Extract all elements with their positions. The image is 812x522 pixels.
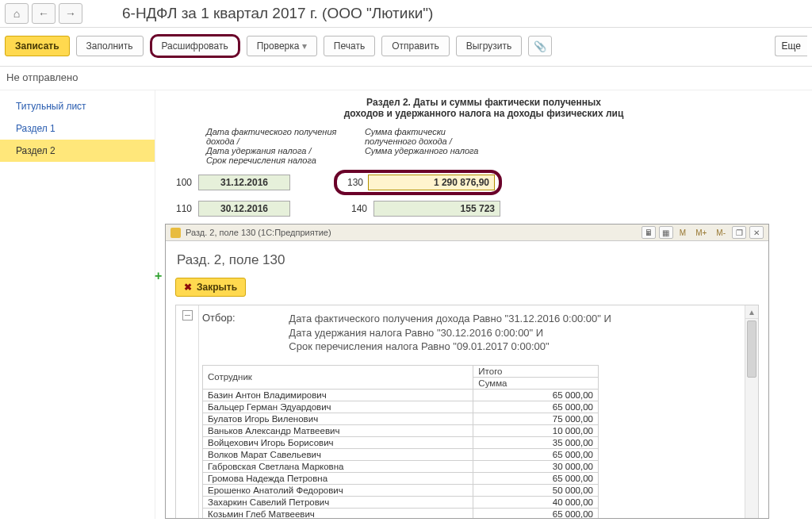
- cell-sum: 50 000,00: [473, 484, 599, 496]
- field-110[interactable]: 30.12.2016: [198, 201, 290, 217]
- sidebar-item-title[interactable]: Титульный лист: [0, 95, 155, 117]
- th-sum: Сумма: [473, 377, 599, 389]
- cell-sum: 65 000,00: [473, 508, 599, 518]
- send-button[interactable]: Отправить: [381, 36, 450, 56]
- print-button[interactable]: Печать: [324, 36, 375, 56]
- outline-gutter[interactable]: [176, 305, 199, 518]
- table-row[interactable]: Захаркин Савелий Петрович40 000,00: [203, 496, 599, 508]
- close-icon: ✖: [184, 282, 192, 293]
- cell-sum: 65 000,00: [473, 472, 599, 484]
- table-row[interactable]: Ваньков Александр Матвеевич10 000,00: [203, 424, 599, 436]
- table-row[interactable]: Козьмин Глеб Матвеевич65 000,00: [203, 508, 599, 518]
- cell-employee: Ерошенко Анатолий Федорович: [203, 484, 473, 496]
- cell-sum: 10 000,00: [473, 424, 599, 436]
- table-row[interactable]: Булатов Игорь Виленович75 000,00: [203, 413, 599, 424]
- attach-icon[interactable]: 📎: [528, 36, 552, 56]
- page-title: 6-НДФЛ за 1 квартал 2017 г. (ООО "Лютики…: [122, 5, 433, 22]
- th-employee: Сотрудник: [203, 365, 473, 389]
- sidebar-item-sec1[interactable]: Раздел 1: [0, 117, 155, 140]
- cell-employee: Волков Марат Савельевич: [203, 448, 473, 460]
- add-row-icon[interactable]: +: [155, 269, 164, 278]
- sidebar: Титульный лист Раздел 1 Раздел 2: [0, 90, 155, 519]
- filter-label: Отбор:: [202, 312, 286, 324]
- cell-employee: Бальцер Герман Эдуардович: [203, 401, 473, 413]
- send-status: Не отправлено: [0, 67, 812, 90]
- cell-employee: Габровская Светлана Марковна: [203, 460, 473, 472]
- write-button[interactable]: Записать: [5, 36, 70, 56]
- subwin-title: Разд. 2, поле 130 (1С:Предприятие): [186, 228, 331, 237]
- th-total: Итого: [473, 365, 599, 377]
- col-head-dates: Дата фактического получения дохода / Дат…: [206, 127, 357, 165]
- cell-sum: 40 000,00: [473, 496, 599, 508]
- tool-calc-icon[interactable]: 🖩: [642, 226, 656, 239]
- subwin-heading: Разд. 2, поле 130: [177, 252, 759, 268]
- field-140[interactable]: 155 723: [373, 201, 500, 217]
- close-detail-button[interactable]: ✖ Закрыть: [175, 278, 246, 297]
- mem-m[interactable]: M: [676, 228, 689, 237]
- code-130: 130: [341, 177, 368, 188]
- sidebar-item-sec2[interactable]: Раздел 2: [0, 140, 155, 162]
- code-100: 100: [165, 177, 198, 188]
- detail-window: Разд. 2, поле 130 (1С:Предприятие) 🖩 ▦ M…: [165, 224, 769, 519]
- col-head-sums: Сумма фактически полученного дохода / Су…: [365, 127, 492, 165]
- mem-mm[interactable]: M-: [713, 228, 729, 237]
- cell-sum: 75 000,00: [473, 413, 599, 424]
- home-icon[interactable]: ⌂: [5, 3, 29, 24]
- app-icon: [170, 228, 181, 238]
- cell-employee: Базин Антон Владимирович: [203, 389, 473, 401]
- cell-sum: 35 000,00: [473, 436, 599, 448]
- forward-icon[interactable]: →: [59, 3, 82, 24]
- cell-sum: 65 000,00: [473, 401, 599, 413]
- back-icon[interactable]: ←: [32, 3, 56, 24]
- more-button[interactable]: Еще: [775, 36, 807, 56]
- cell-sum: 65 000,00: [473, 448, 599, 460]
- cell-employee: Захаркин Савелий Петрович: [203, 496, 473, 508]
- table-row[interactable]: Ерошенко Анатолий Федорович50 000,00: [203, 484, 599, 496]
- table-row[interactable]: Бальцер Герман Эдуардович65 000,00: [203, 401, 599, 413]
- field-100[interactable]: 31.12.2016: [198, 175, 290, 190]
- filter-text: Дата фактического получения дохода Равно…: [289, 312, 701, 354]
- mem-mp[interactable]: M+: [692, 228, 710, 237]
- decode-button[interactable]: Расшифровать: [150, 34, 240, 58]
- detail-table: Сотрудник Итого Сумма Базин Антон Владим…: [202, 365, 599, 518]
- window-close-icon[interactable]: ✕: [749, 226, 764, 239]
- highlight-130: 130 1 290 876,90: [334, 170, 502, 195]
- section-title: Раздел 2. Даты и суммы фактически получе…: [165, 97, 802, 119]
- field-130[interactable]: 1 290 876,90: [368, 175, 495, 190]
- tool-calendar-icon[interactable]: ▦: [659, 226, 673, 239]
- window-restore-icon[interactable]: ❐: [732, 226, 746, 239]
- table-row[interactable]: Войцехович Игорь Борисович35 000,00: [203, 436, 599, 448]
- cell-employee: Войцехович Игорь Борисович: [203, 436, 473, 448]
- cell-sum: 30 000,00: [473, 460, 599, 472]
- check-button[interactable]: Проверка: [247, 36, 317, 56]
- cell-employee: Козьмин Глеб Матвеевич: [203, 508, 473, 518]
- table-row[interactable]: Базин Антон Владимирович65 000,00: [203, 389, 599, 401]
- cell-sum: 65 000,00: [473, 389, 599, 401]
- cell-employee: Ваньков Александр Матвеевич: [203, 424, 473, 436]
- code-140: 140: [338, 203, 373, 214]
- scroll-up-icon[interactable]: ▲: [745, 305, 758, 319]
- scroll-thumb[interactable]: [747, 320, 756, 378]
- table-row[interactable]: Волков Марат Савельевич65 000,00: [203, 448, 599, 460]
- cell-employee: Громова Надежда Петровна: [203, 472, 473, 484]
- cell-employee: Булатов Игорь Виленович: [203, 413, 473, 424]
- table-row[interactable]: Габровская Светлана Марковна30 000,00: [203, 460, 599, 472]
- table-row[interactable]: Громова Надежда Петровна65 000,00: [203, 472, 599, 484]
- collapse-icon[interactable]: [182, 310, 193, 320]
- code-110: 110: [165, 203, 198, 214]
- vertical-scrollbar[interactable]: ▲ ▼: [745, 305, 758, 518]
- fill-button[interactable]: Заполнить: [76, 36, 144, 56]
- export-button[interactable]: Выгрузить: [456, 36, 523, 56]
